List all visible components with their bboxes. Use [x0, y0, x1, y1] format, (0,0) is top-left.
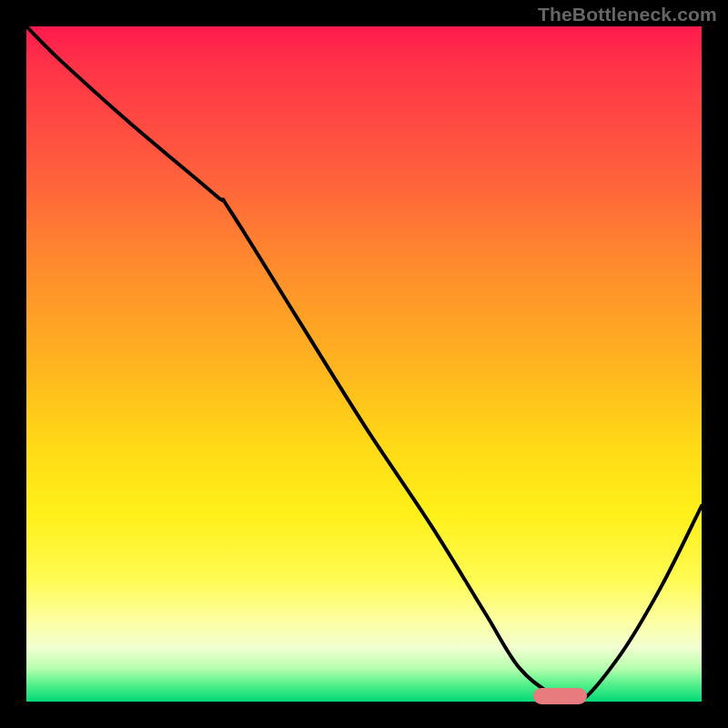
- optimal-range-marker: [533, 688, 587, 704]
- plot-area: [26, 26, 702, 702]
- curve-path: [26, 26, 702, 702]
- watermark-text: TheBottleneck.com: [538, 4, 717, 25]
- bottleneck-curve: [26, 26, 702, 702]
- chart-frame: TheBottleneck.com: [0, 0, 728, 728]
